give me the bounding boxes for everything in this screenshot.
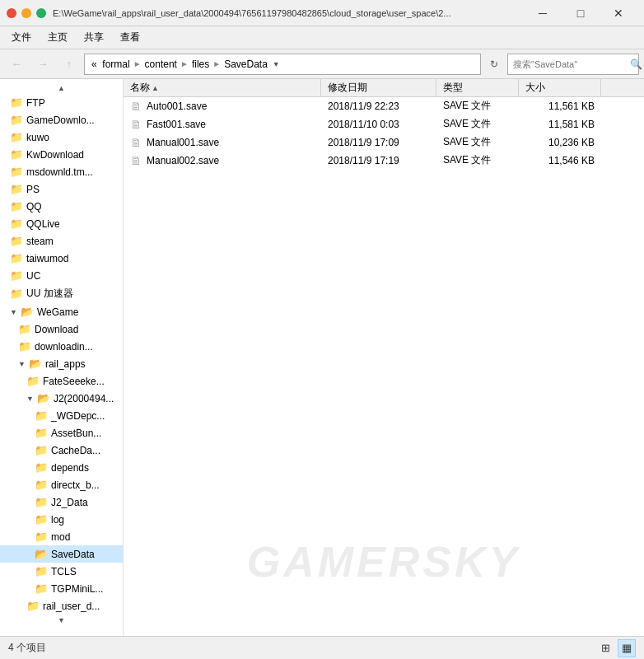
file-area: 名称 ▲ 修改日期 类型 大小 🗎 Auto001.save 2018/11/9…: [124, 79, 644, 636]
file-list-body: 🗎 Auto001.save 2018/11/9 22:23 SAVE 文件 1…: [124, 97, 644, 636]
sidebar-item-ps[interactable]: 📁 PS: [0, 180, 123, 198]
sidebar-item-kuwo[interactable]: 📁 kuwo: [0, 129, 123, 146]
file-size-cell: 11,581 KB: [519, 119, 601, 130]
sidebar-item-fateseeker[interactable]: 📁 FateSeeeke...: [0, 372, 123, 390]
search-input[interactable]: [513, 59, 627, 69]
folder-icon: 📁: [10, 148, 23, 161]
sidebar-item-ftp[interactable]: 📁 FTP: [0, 94, 123, 111]
sidebar-label: CacheDa...: [51, 445, 100, 456]
sidebar-item-steam[interactable]: 📁 steam: [0, 232, 123, 250]
sidebar-item-taiwumod[interactable]: 📁 taiwumod: [0, 250, 123, 267]
file-date-cell: 2018/11/9 17:09: [321, 137, 436, 148]
sidebar-item-mod[interactable]: 📁 mod: [0, 528, 123, 545]
sidebar-label: AssetBun...: [51, 428, 101, 439]
sidebar-label: directx_b...: [51, 479, 100, 491]
sidebar-item-wgdepc[interactable]: 📁 _WGDepc...: [0, 407, 123, 424]
breadcrumb-content[interactable]: content: [143, 58, 179, 71]
col-header-name[interactable]: 名称 ▲: [124, 79, 321, 96]
sidebar-label: GameDownlo...: [26, 115, 95, 126]
file-row[interactable]: 🗎 Manual002.save 2018/11/9 17:19 SAVE 文件…: [124, 152, 644, 170]
breadcrumb-files[interactable]: files: [190, 58, 211, 71]
sidebar-item-directx[interactable]: 📁 directx_b...: [0, 476, 123, 493]
view-grid-button[interactable]: ⊞: [596, 639, 614, 657]
search-bar: 🔍: [507, 54, 639, 75]
sidebar-item-tgpminil[interactable]: 📁 TGPMiniL...: [0, 580, 123, 597]
sidebar-label: Download: [35, 324, 78, 335]
sidebar-label: QQLive: [26, 218, 60, 230]
back-button[interactable]: ←: [5, 54, 28, 75]
sidebar-scroll-down[interactable]: ▼: [0, 615, 123, 626]
folder-icon: 📁: [18, 340, 31, 353]
col-header-type[interactable]: 类型: [436, 79, 519, 96]
folder-icon: 📁: [10, 183, 23, 195]
sidebar-item-qq[interactable]: 📁 QQ: [0, 198, 123, 215]
sidebar-item-savedata[interactable]: 📂 SaveData: [0, 545, 123, 563]
file-name-cell: 🗎 Auto001.save: [124, 100, 321, 113]
sidebar-label: QQ: [26, 201, 42, 213]
sidebar-label: TCLS: [51, 566, 77, 577]
sidebar-item-kwdownload[interactable]: 📁 KwDownload: [0, 146, 123, 163]
col-header-size[interactable]: 大小: [519, 79, 601, 96]
sidebar-item-cachedat[interactable]: 📁 CacheDa...: [0, 442, 123, 459]
sidebar-item-depends[interactable]: 📁 depends: [0, 459, 123, 476]
sidebar: ▲ 📁 FTP 📁 GameDownlo... 📁 kuwo 📁 KwDownl…: [0, 79, 124, 636]
sidebar-item-rail-apps[interactable]: ▼ 📂 rail_apps: [0, 355, 123, 372]
sidebar-item-j2data[interactable]: 📁 J2_Data: [0, 493, 123, 511]
breadcrumb-formal[interactable]: « formal: [90, 58, 132, 71]
folder-icon: 📁: [10, 166, 23, 178]
refresh-button[interactable]: ↻: [484, 54, 504, 74]
sidebar-item-msdownld[interactable]: 📁 msdownld.tm...: [0, 163, 123, 180]
folder-icon: 📂: [35, 548, 48, 560]
sidebar-item-gamedownload[interactable]: 📁 GameDownlo...: [0, 111, 123, 129]
up-button[interactable]: ↑: [58, 54, 81, 75]
menu-file[interactable]: 文件: [3, 27, 40, 48]
sidebar-item-log[interactable]: 📁 log: [0, 511, 123, 528]
sidebar-item-tcls[interactable]: 📁 TCLS: [0, 563, 123, 580]
col-name-label: 名称: [130, 81, 150, 95]
file-row[interactable]: 🗎 Auto001.save 2018/11/9 22:23 SAVE 文件 1…: [124, 97, 644, 115]
menu-view[interactable]: 查看: [112, 27, 148, 48]
sidebar-item-uc[interactable]: 📁 UC: [0, 267, 123, 284]
view-details-button[interactable]: ▦: [618, 639, 636, 657]
menu-share[interactable]: 共享: [76, 27, 112, 48]
maximize-button[interactable]: □: [562, 0, 600, 26]
main-area: ▲ 📁 FTP 📁 GameDownlo... 📁 kuwo 📁 KwDownl…: [0, 79, 644, 636]
file-name: Manual002.save: [147, 155, 219, 166]
breadcrumb-dropdown-arrow[interactable]: ▼: [271, 60, 282, 68]
sidebar-label: msdownld.tm...: [26, 166, 93, 178]
sidebar-item-assetbun[interactable]: 📁 AssetBun...: [0, 424, 123, 442]
forward-button[interactable]: →: [31, 54, 54, 75]
window-title: E:\WeGame\rail_apps\rail_user_data\20004…: [53, 8, 524, 18]
minimize-button[interactable]: ─: [524, 0, 562, 26]
breadcrumb-savedata[interactable]: SaveData: [222, 58, 269, 71]
close-button[interactable]: ✕: [600, 0, 637, 26]
max-dot: [36, 8, 46, 18]
col-type-label: 类型: [443, 81, 463, 95]
file-name-cell: 🗎 Fast001.save: [124, 118, 321, 131]
sidebar-item-rail-user-d[interactable]: 📁 rail_user_d...: [0, 597, 123, 615]
file-name: Fast001.save: [147, 119, 206, 130]
view-controls: ⊞ ▦: [596, 639, 636, 657]
sidebar-label: UC: [26, 270, 40, 282]
col-header-date[interactable]: 修改日期: [321, 79, 436, 96]
sidebar-item-j2[interactable]: ▼ 📂 J2(2000494...: [0, 390, 123, 407]
sidebar-label: UU 加速器: [26, 287, 73, 301]
folder-icon: 📁: [10, 269, 23, 282]
sidebar-label: FTP: [26, 97, 45, 109]
sidebar-label: rail_user_d...: [43, 601, 100, 612]
sidebar-item-uu[interactable]: 📁 UU 加速器: [0, 284, 123, 303]
folder-icon: 📁: [26, 600, 40, 612]
sidebar-scroll-up[interactable]: ▲: [0, 82, 123, 94]
sidebar-item-wegame[interactable]: ▼ 📂 WeGame: [0, 303, 123, 320]
col-date-label: 修改日期: [328, 81, 367, 95]
sidebar-item-downloading[interactable]: 📁 downloadin...: [0, 338, 123, 355]
address-bar[interactable]: « formal ► content ► files ► SaveData ▼: [84, 54, 481, 75]
sidebar-item-download[interactable]: 📁 Download: [0, 320, 123, 338]
menu-home[interactable]: 主页: [40, 27, 76, 48]
file-row[interactable]: 🗎 Fast001.save 2018/11/10 0:03 SAVE 文件 1…: [124, 115, 644, 133]
file-row[interactable]: 🗎 Manual001.save 2018/11/9 17:09 SAVE 文件…: [124, 133, 644, 152]
folder-icon: 📁: [10, 235, 23, 247]
sidebar-item-qqlive[interactable]: 📁 QQLive: [0, 215, 123, 232]
sidebar-label: J2_Data: [51, 497, 88, 508]
status-bar: 4 个项目 ⊞ ▦: [0, 636, 644, 659]
